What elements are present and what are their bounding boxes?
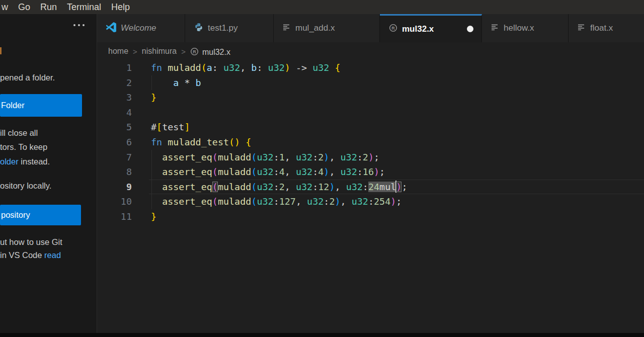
code-token: # <box>151 122 156 132</box>
tab-mul32.x[interactable]: Rmul32.x <box>380 14 482 42</box>
menu-item-help[interactable]: Help <box>106 0 135 14</box>
code-token: ) <box>374 166 379 177</box>
editor-group: Welcometest1.pymul_add.xRmul32.xhellow.x… <box>97 14 644 333</box>
tab-Welcome[interactable]: Welcome <box>97 14 185 42</box>
code-token: , <box>240 62 251 73</box>
code-token: b <box>196 77 201 88</box>
sidebar-text-close-3: older instead. <box>0 157 50 166</box>
line-number: 7 <box>97 150 149 165</box>
menu-item-run[interactable]: Run <box>35 0 62 14</box>
code-line[interactable]: 6fn muladd_test() { <box>97 135 644 150</box>
code-line[interactable]: 11} <box>97 209 644 224</box>
code-token: muladd <box>168 62 201 73</box>
code-token: ( <box>251 182 257 192</box>
code-line[interactable]: 3} <box>97 90 644 105</box>
code-line-content: a * b <box>149 75 644 91</box>
code-token: u32 <box>307 196 324 207</box>
code-line[interactable]: 7 assert_eq(muladd(u32:1, u32:2), u32:2)… <box>97 150 644 165</box>
tab-hellow.x[interactable]: hellow.x <box>482 14 569 42</box>
code-token: 2 <box>363 152 368 162</box>
code-token <box>151 166 162 177</box>
add-folder-link[interactable]: older <box>0 157 19 166</box>
sidebar-text-close-2: tors. To keep <box>0 142 47 152</box>
tab-mul_add.x[interactable]: mul_add.x <box>274 14 380 42</box>
menu-item-terminal[interactable]: Terminal <box>62 0 106 14</box>
rust-icon: R <box>389 24 397 35</box>
code-token: ) <box>368 152 374 162</box>
code-line[interactable]: 9 assert_eq(muladd(u32:2, u32:12), u32:2… <box>97 180 644 195</box>
code-token: , <box>329 152 340 162</box>
code-token: : <box>274 166 279 177</box>
code-token: a <box>173 77 179 88</box>
code-token <box>151 152 162 162</box>
code-token: u32 <box>296 166 312 177</box>
code-line-content: #[test] <box>149 120 644 135</box>
tab-float.x[interactable]: float.x <box>569 14 644 42</box>
tab-label: mul32.x <box>402 24 434 34</box>
code-token: } <box>151 92 156 103</box>
menu-item-w[interactable]: w <box>0 0 13 14</box>
code-token <box>329 62 335 73</box>
code-line[interactable]: 2 a * b <box>97 75 644 91</box>
tab-label: Welcome <box>121 23 156 33</box>
clipped-glyph <box>0 47 2 54</box>
code-token: u32 <box>346 182 363 192</box>
code-token <box>162 62 168 73</box>
code-token: , <box>341 196 352 207</box>
code-token: , <box>285 152 296 162</box>
clone-repository-button[interactable]: pository <box>0 205 81 225</box>
code-token: muladd_test <box>168 137 229 147</box>
window-bottom-edge <box>0 333 644 337</box>
tab-label: float.x <box>590 23 613 33</box>
open-folder-button[interactable]: Folder <box>0 94 82 117</box>
code-token: 2 <box>318 152 324 162</box>
code-line-content: assert_eq(muladd(u32:1, u32:2), u32:2); <box>149 150 644 165</box>
code-token: u32 <box>296 152 312 162</box>
code-token: 2 <box>329 196 335 207</box>
code-line[interactable]: 10 assert_eq(muladd(u32:127, u32:2), u32… <box>97 194 644 209</box>
code-line-content: fn muladd(a: u32, b: u32) -> u32 { <box>149 60 644 75</box>
code-editor[interactable]: 1fn muladd(a: u32, b: u32) -> u32 {2 a *… <box>97 60 644 224</box>
svg-text:R: R <box>391 26 395 31</box>
tab-label: test1.py <box>208 23 238 33</box>
code-token: fn <box>151 62 162 73</box>
menubar: wGoRunTerminalHelp <box>0 0 644 14</box>
code-token: * <box>179 77 195 88</box>
code-token: ( <box>212 182 218 192</box>
tab-test1.py[interactable]: test1.py <box>185 14 274 42</box>
code-line[interactable]: 1fn muladd(a: u32, b: u32) -> u32 { <box>97 60 644 75</box>
code-token: ) <box>329 182 335 192</box>
code-token: ) <box>396 182 401 192</box>
sidebar-explorer: pened a folder. Folder ill close all tor… <box>0 14 97 333</box>
code-token: 16 <box>363 166 374 177</box>
modified-dot-icon[interactable] <box>467 26 473 32</box>
read-docs-link[interactable]: read <box>44 250 61 260</box>
code-token: 1 <box>279 152 285 162</box>
vscode-window: wGoRunTerminalHelp pened a folder. Folde… <box>0 0 644 337</box>
code-token: a <box>207 62 212 73</box>
breadcrumb-item-nishimura[interactable]: nishimura <box>142 47 177 56</box>
code-token: , <box>285 166 296 177</box>
code-token: ) <box>324 152 329 162</box>
code-token: : <box>357 166 363 177</box>
code-token: ] <box>184 122 190 132</box>
code-token: () <box>229 137 240 147</box>
code-line[interactable]: 5#[test] <box>97 120 644 135</box>
sidebar-text-git-2: in VS Code read <box>0 250 61 260</box>
more-actions-icon[interactable] <box>73 24 85 26</box>
code-token: { <box>246 137 251 147</box>
menu-item-go[interactable]: Go <box>13 0 35 14</box>
code-token: : <box>312 152 318 162</box>
code-token: ( <box>212 196 218 207</box>
code-line-content: } <box>149 90 644 105</box>
code-line-content: } <box>149 209 644 224</box>
code-token <box>240 137 246 147</box>
code-line[interactable]: 4 <box>97 105 644 120</box>
code-token: muladd <box>218 166 251 177</box>
code-token: , <box>335 182 346 192</box>
code-token: ; <box>374 152 379 162</box>
breadcrumb-item-mul32.x[interactable]: Rmul32.x <box>190 46 230 57</box>
code-line[interactable]: 8 assert_eq(muladd(u32:4, u32:4), u32:16… <box>97 164 644 180</box>
code-token: 254 <box>374 196 390 207</box>
breadcrumb-item-home[interactable]: home <box>108 47 128 56</box>
